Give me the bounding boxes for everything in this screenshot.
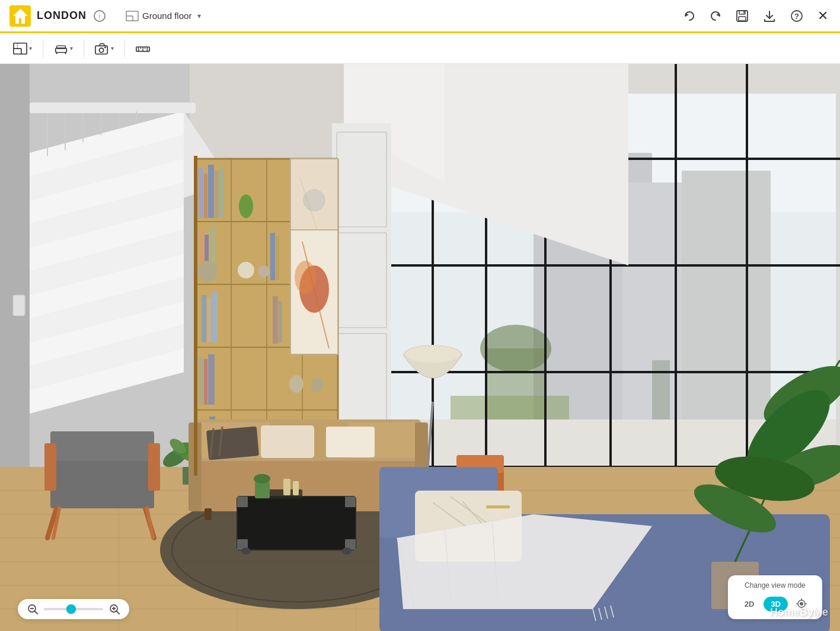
info-icon[interactable]: i (94, 10, 106, 22)
svg-line-239 (116, 611, 119, 614)
measure-icon (136, 41, 150, 56)
svg-point-125 (311, 378, 323, 392)
svg-line-235 (34, 611, 37, 614)
svg-point-130 (304, 190, 325, 211)
svg-text:?: ? (794, 12, 799, 21)
svg-rect-231 (194, 156, 197, 476)
topbar-right: ? ✕ (681, 6, 831, 26)
svg-rect-116 (202, 295, 206, 342)
svg-rect-185 (255, 482, 270, 498)
svg-rect-177 (345, 497, 356, 507)
svg-rect-106 (219, 168, 224, 218)
svg-rect-232 (13, 295, 25, 316)
topbar-left: LONDON i Ground floor ▾ (9, 5, 206, 27)
svg-rect-187 (50, 455, 154, 508)
homebyme-logo-icon (746, 603, 765, 622)
svg-rect-174 (237, 497, 356, 550)
svg-rect-122 (204, 359, 207, 405)
zoom-in-button[interactable] (109, 604, 120, 614)
svg-rect-169 (206, 426, 259, 460)
logo-icon (9, 5, 31, 27)
close-button[interactable]: ✕ (815, 6, 831, 26)
furniture-chevron: ▾ (70, 45, 73, 52)
svg-rect-173 (326, 427, 375, 457)
svg-point-22 (99, 48, 103, 52)
svg-point-186 (254, 474, 270, 483)
svg-rect-190 (148, 443, 160, 491)
svg-marker-5 (685, 13, 689, 17)
svg-point-113 (238, 262, 254, 278)
floorplan-icon (13, 41, 27, 56)
floor-label: Ground floor (142, 11, 191, 21)
watermark-text: HomeByMe (770, 606, 828, 619)
camera-tool-button[interactable]: ▾ (89, 38, 120, 59)
svg-rect-103 (204, 174, 207, 218)
svg-rect-167 (205, 508, 212, 520)
furniture-tool-button[interactable]: ▾ (48, 38, 79, 59)
floor-selector[interactable]: Ground floor ▾ (121, 8, 206, 24)
watermark: HomeByMe (746, 603, 828, 622)
svg-rect-121 (199, 357, 203, 405)
svg-rect-112 (276, 236, 279, 280)
svg-point-23 (104, 46, 106, 48)
camera-chevron: ▾ (111, 45, 114, 52)
svg-rect-102 (199, 168, 203, 218)
svg-rect-183 (283, 479, 290, 495)
svg-rect-123 (208, 354, 215, 405)
svg-rect-18 (57, 46, 66, 49)
svg-point-181 (342, 547, 352, 555)
toolbar: ▾ ▾ ▾ (0, 33, 840, 64)
floor-plan-icon (126, 11, 139, 21)
svg-rect-117 (207, 298, 211, 342)
svg-rect-82 (30, 103, 196, 113)
zoom-slider-thumb[interactable] (66, 604, 76, 614)
redo-button[interactable] (707, 8, 724, 24)
view-mode-label: Change view mode (745, 581, 806, 590)
zoom-out-button[interactable] (27, 604, 38, 614)
zoom-slider-track[interactable] (44, 608, 103, 610)
svg-rect-120 (279, 301, 282, 342)
svg-rect-89 (332, 123, 391, 449)
svg-rect-176 (237, 497, 248, 507)
svg-rect-189 (44, 443, 56, 491)
svg-line-248 (747, 611, 750, 612)
main-viewport[interactable]: Change view mode 2D 3D (0, 64, 840, 631)
camera-icon (95, 41, 109, 56)
svg-point-107 (239, 194, 253, 218)
floorplan-tool-button[interactable]: ▾ (7, 38, 38, 59)
zoom-control (18, 599, 129, 619)
undo-button[interactable] (681, 8, 698, 24)
svg-point-39 (480, 325, 551, 372)
toolbar-divider-2 (84, 40, 84, 57)
svg-point-159 (405, 346, 460, 363)
save-button[interactable] (733, 7, 751, 25)
svg-rect-216 (486, 505, 510, 508)
svg-marker-6 (716, 13, 720, 17)
svg-point-114 (258, 265, 270, 277)
chevron-down-icon: ▾ (197, 12, 201, 20)
toolbar-divider-3 (124, 40, 125, 57)
download-button[interactable] (761, 7, 778, 25)
svg-point-134 (295, 261, 316, 294)
svg-rect-118 (212, 292, 218, 342)
svg-point-124 (289, 375, 304, 393)
svg-rect-9 (739, 17, 746, 21)
svg-rect-104 (208, 165, 214, 218)
svg-marker-247 (748, 604, 764, 619)
floorplan-chevron: ▾ (29, 45, 32, 52)
svg-point-115 (198, 261, 217, 282)
svg-rect-184 (293, 481, 299, 495)
svg-rect-105 (215, 171, 219, 218)
svg-rect-37 (682, 171, 771, 419)
svg-point-180 (241, 547, 251, 555)
furniture-icon (54, 41, 68, 56)
svg-rect-111 (270, 233, 275, 280)
app-title: LONDON (37, 9, 87, 22)
svg-rect-119 (273, 296, 278, 344)
toolbar-divider-1 (43, 40, 43, 57)
svg-rect-188 (50, 431, 154, 461)
help-button[interactable]: ? (788, 7, 806, 25)
topbar: LONDON i Ground floor ▾ (0, 0, 840, 33)
svg-rect-172 (261, 425, 314, 458)
measure-tool-button[interactable] (130, 38, 156, 59)
